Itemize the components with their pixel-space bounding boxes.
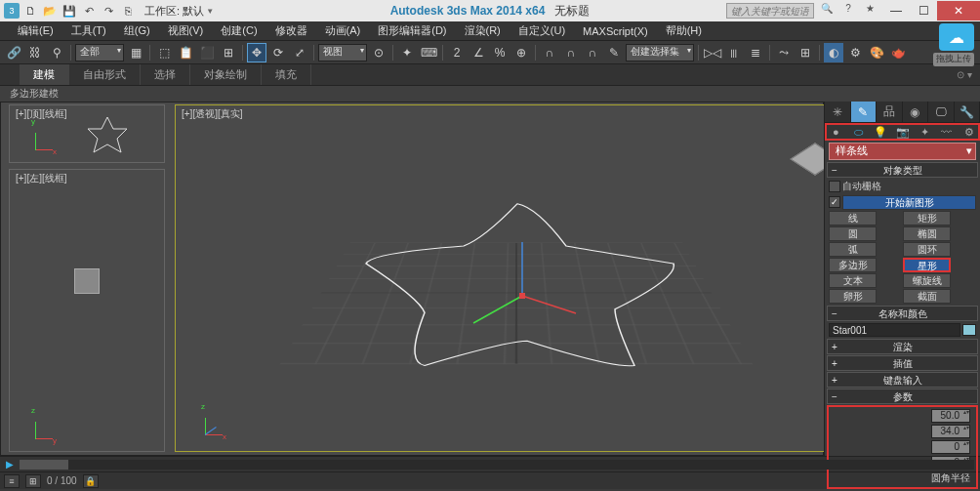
qat-undo-icon[interactable]: ↶ bbox=[80, 3, 98, 19]
viewport-perspective[interactable]: [+][透视][真实] bbox=[175, 104, 858, 452]
menu-maxscript[interactable]: MAXScript(X) bbox=[575, 21, 656, 40]
param-radius1[interactable]: 50.0 bbox=[931, 409, 970, 423]
close-button[interactable]: ✕ bbox=[937, 1, 980, 20]
cmdtab-motion-icon[interactable]: ◉ bbox=[903, 102, 929, 122]
select-filter-icon[interactable]: ▦ bbox=[126, 43, 145, 62]
magnet-c-icon[interactable]: ∩ bbox=[583, 43, 602, 62]
btn-donut[interactable]: 圆环 bbox=[903, 242, 951, 257]
menu-tools[interactable]: 工具(T) bbox=[63, 21, 114, 40]
param-points[interactable]: 0 bbox=[931, 440, 970, 454]
snap-spinner-icon[interactable]: ⊕ bbox=[511, 43, 531, 62]
object-color-swatch[interactable] bbox=[962, 324, 976, 336]
time-handle[interactable] bbox=[20, 460, 68, 470]
menu-group[interactable]: 组(G) bbox=[116, 21, 158, 40]
workspace-label[interactable]: 工作区: 默认 bbox=[144, 4, 204, 19]
viewport-top[interactable]: [+][顶][线框] xy bbox=[9, 104, 165, 163]
cloud-icon[interactable]: ☁ bbox=[939, 23, 974, 51]
btn-rectangle[interactable]: 矩形 bbox=[903, 211, 951, 225]
app-icon[interactable]: 3 bbox=[4, 3, 20, 19]
subtab-helpers-icon[interactable]: ✦ bbox=[914, 123, 936, 141]
qat-redo-icon[interactable]: ↷ bbox=[100, 3, 117, 19]
cmdtab-display-icon[interactable]: 🖵 bbox=[928, 102, 955, 122]
link-icon[interactable]: 🔗 bbox=[4, 43, 23, 62]
snap-2d-icon[interactable]: 2 bbox=[447, 43, 467, 62]
snap-angle-icon[interactable]: ∠ bbox=[469, 43, 488, 62]
select-icon[interactable]: ⬚ bbox=[154, 43, 174, 62]
btn-star[interactable]: 星形 bbox=[903, 258, 951, 272]
btn-egg[interactable]: 卵形 bbox=[829, 289, 877, 304]
viewport-left[interactable]: [+][左][线框] yz bbox=[9, 169, 165, 452]
startshape-checkbox[interactable] bbox=[829, 196, 840, 208]
menu-grapheditors[interactable]: 图形编辑器(D) bbox=[370, 21, 454, 40]
btn-line[interactable]: 线 bbox=[829, 211, 877, 225]
edit-sel-icon[interactable]: ✎ bbox=[604, 43, 624, 62]
startshape-button[interactable]: 开始新图形 bbox=[842, 195, 976, 210]
lock-icon[interactable]: 🔒 bbox=[83, 474, 99, 488]
menu-rendering[interactable]: 渲染(R) bbox=[457, 21, 509, 40]
ribbon-tab-modeling[interactable]: 建模 bbox=[20, 64, 69, 85]
keymode-icon[interactable]: ⌨ bbox=[419, 43, 438, 62]
param-radius2[interactable]: 34.0 bbox=[931, 425, 970, 438]
rollout-objtype[interactable]: 对象类型 bbox=[827, 162, 978, 178]
prompt-icon[interactable]: ⊞ bbox=[25, 474, 41, 488]
selection-scope-dropdown[interactable]: 全部 bbox=[75, 44, 124, 61]
ribbon-tab-freeform[interactable]: 自由形式 bbox=[69, 64, 141, 85]
pivot-icon[interactable]: ⊙ bbox=[369, 43, 388, 62]
subtab-systems-icon[interactable]: ⚙ bbox=[958, 123, 980, 141]
upload-label[interactable]: 拖拽上传 bbox=[933, 53, 974, 66]
menu-help[interactable]: 帮助(H) bbox=[658, 21, 710, 40]
refcoord-dropdown[interactable]: 视图 bbox=[318, 44, 367, 61]
move-icon[interactable]: ✥ bbox=[247, 43, 266, 62]
magnet-a-icon[interactable]: ∩ bbox=[540, 43, 559, 62]
btn-section[interactable]: 截面 bbox=[903, 289, 951, 304]
unlink-icon[interactable]: ⛓ bbox=[25, 43, 45, 62]
help-search-input[interactable] bbox=[726, 3, 814, 19]
rollout-render[interactable]: 渲染 bbox=[827, 339, 978, 354]
window-crossing-icon[interactable]: ⊞ bbox=[219, 43, 238, 62]
btn-arc[interactable]: 弧 bbox=[829, 242, 877, 257]
maxscript-listener-icon[interactable]: ≡ bbox=[4, 474, 20, 488]
select-region-icon[interactable]: ⬛ bbox=[197, 43, 217, 62]
magnet-b-icon[interactable]: ∩ bbox=[561, 43, 581, 62]
cmdtab-create-icon[interactable]: ✳ bbox=[825, 102, 851, 122]
maximize-button[interactable]: ☐ bbox=[910, 1, 937, 20]
menu-edit[interactable]: 编辑(E) bbox=[10, 21, 61, 40]
snap-percent-icon[interactable]: % bbox=[490, 43, 510, 62]
menu-customize[interactable]: 自定义(U) bbox=[510, 21, 573, 40]
object-name-input[interactable] bbox=[829, 323, 960, 337]
qat-open-icon[interactable]: 📂 bbox=[41, 3, 59, 19]
rollout-namecolor[interactable]: 名称和颜色 bbox=[827, 306, 978, 321]
menu-create[interactable]: 创建(C) bbox=[213, 21, 265, 40]
mirror-icon[interactable]: ▷◁ bbox=[703, 43, 722, 62]
btn-helix[interactable]: 螺旋线 bbox=[903, 273, 951, 288]
subtab-geometry-icon[interactable]: ● bbox=[825, 123, 847, 141]
viewport-left-label[interactable]: [+][左][线框] bbox=[16, 172, 67, 185]
btn-ellipse[interactable]: 椭圆 bbox=[903, 226, 951, 241]
favorite-icon[interactable]: ★ bbox=[861, 3, 878, 19]
render-setup-icon[interactable]: ⚙ bbox=[845, 43, 865, 62]
scale-icon[interactable]: ⤢ bbox=[290, 43, 309, 62]
layers-icon[interactable]: ≣ bbox=[746, 43, 765, 62]
btn-circle[interactable]: 圆 bbox=[829, 226, 877, 241]
cmdtab-hierarchy-icon[interactable]: 品 bbox=[877, 102, 903, 122]
autogrid-checkbox[interactable] bbox=[829, 181, 840, 192]
named-selset-dropdown[interactable]: 创建选择集 bbox=[626, 44, 694, 61]
select-name-icon[interactable]: 📋 bbox=[176, 43, 195, 62]
search-icon[interactable]: 🔍 bbox=[818, 3, 836, 19]
render-frame-icon[interactable]: 🎨 bbox=[867, 43, 886, 62]
bind-icon[interactable]: ⚲ bbox=[47, 43, 66, 62]
align-icon[interactable]: ⫼ bbox=[724, 43, 744, 62]
menu-animation[interactable]: 动画(A) bbox=[317, 21, 369, 40]
rotate-icon[interactable]: ⟳ bbox=[268, 43, 288, 62]
minimize-button[interactable]: — bbox=[882, 1, 910, 20]
cmdtab-modify-icon[interactable]: ✎ bbox=[851, 102, 878, 122]
subtab-shapes-icon[interactable]: ⬭ bbox=[847, 123, 870, 141]
qat-new-icon[interactable]: 🗋 bbox=[21, 3, 39, 19]
curve-editor-icon[interactable]: ⤳ bbox=[774, 43, 794, 62]
render-icon[interactable]: 🫖 bbox=[888, 43, 908, 62]
rollout-keyboard[interactable]: 键盘输入 bbox=[827, 372, 978, 388]
menu-modifiers[interactable]: 修改器 bbox=[267, 21, 315, 40]
category-dropdown[interactable]: 样条线 bbox=[829, 143, 976, 160]
subtab-cameras-icon[interactable]: 📷 bbox=[891, 123, 914, 141]
subtab-lights-icon[interactable]: 💡 bbox=[869, 123, 891, 141]
